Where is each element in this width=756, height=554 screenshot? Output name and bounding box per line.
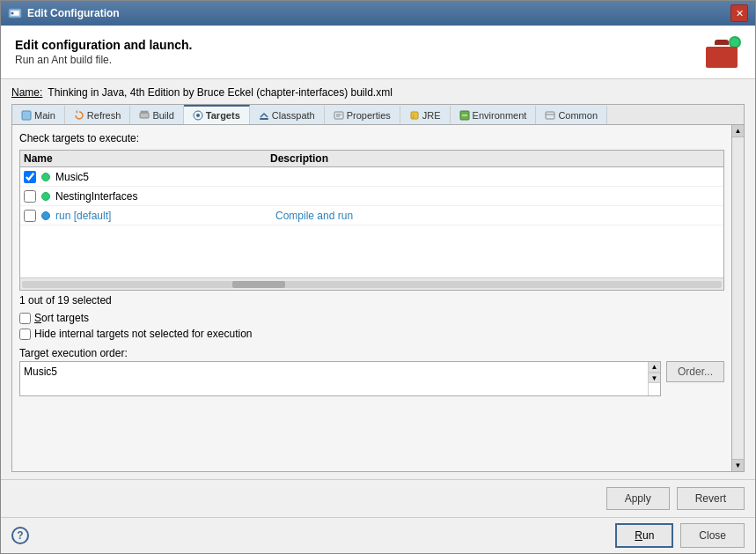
check-targets-label: Check targets to execute: [19, 132, 724, 144]
svg-rect-10 [334, 112, 343, 119]
tabs-container: Main Refresh Build [11, 104, 745, 472]
scroll-track [732, 137, 744, 459]
name-value: Thinking in Java, 4th Edition by Bruce E… [48, 86, 393, 99]
sort-targets-checkbox[interactable] [19, 313, 31, 324]
config-icon [8, 6, 22, 20]
toolbox-icon [702, 36, 741, 68]
action-buttons-row: Apply Revert [1, 479, 755, 517]
content-area: Name: Thinking in Java, 4th Edition by B… [1, 79, 755, 479]
hide-internal-row: Hide internal targets not selected for e… [19, 328, 724, 340]
horizontal-scrollbar[interactable] [20, 277, 723, 290]
hide-internal-checkbox[interactable] [19, 329, 31, 340]
svg-rect-3 [22, 111, 31, 120]
hide-internal-label: Hide internal targets not selected for e… [34, 328, 252, 340]
help-button[interactable]: ? [11, 527, 29, 544]
refresh-tab-icon [74, 110, 84, 121]
row-name-nesting: NestingInterfaces [55, 190, 275, 203]
order-button[interactable]: Order... [666, 361, 724, 382]
close-button[interactable]: Close [680, 523, 745, 548]
build-tab-icon [139, 110, 150, 121]
exec-scroll-up[interactable]: ▲ [649, 362, 660, 373]
svg-rect-6 [141, 111, 148, 113]
svg-rect-5 [140, 113, 149, 118]
exec-order-label: Target execution order: [19, 347, 724, 359]
svg-point-2 [11, 12, 14, 15]
tab-classpath[interactable]: Classpath [250, 105, 325, 124]
tabs-bar: Main Refresh Build [12, 105, 744, 125]
tab-build[interactable]: Build [130, 105, 183, 124]
footer-right: Run Close [615, 523, 745, 548]
scroll-arrow-up[interactable]: ▲ [732, 125, 744, 137]
name-label: Name: [11, 86, 42, 99]
close-window-button[interactable]: ✕ [730, 4, 748, 22]
row-name-music5: Music5 [55, 171, 275, 183]
table-row[interactable]: NestingInterfaces [20, 187, 723, 206]
name-row: Name: Thinking in Java, 4th Edition by B… [11, 86, 745, 99]
tab-main[interactable]: Main [12, 105, 65, 124]
title-bar-left: Edit Configuration [8, 6, 120, 20]
selection-status: 1 out of 19 selected [19, 294, 724, 307]
outer-right-scrollbar: ▲ ▼ [731, 125, 744, 471]
tab-common[interactable]: Common [536, 105, 607, 124]
green-circle-icon-2 [40, 190, 52, 203]
row-checkbox-run[interactable] [24, 210, 36, 222]
common-tab-icon [545, 110, 555, 121]
table-row[interactable]: run [default] Compile and run [20, 206, 723, 225]
title-bar: Edit Configuration ✕ [1, 1, 755, 26]
tab-refresh[interactable]: Refresh [65, 105, 131, 124]
environment-tab-icon [459, 110, 470, 121]
h-scroll-track [22, 281, 722, 288]
blue-run-icon [40, 210, 52, 222]
green-circle-icon [40, 171, 52, 183]
edit-configuration-dialog: Edit Configuration ✕ Edit configuration … [0, 0, 756, 554]
run-button[interactable]: Run [615, 523, 673, 548]
h-scroll-thumb [232, 281, 285, 288]
header-subtitle: Run an Ant build file. [15, 54, 192, 66]
exec-order-box: Music5 ▲ ▼ [19, 361, 661, 396]
col-name: Name [24, 152, 270, 165]
run-underline: R [635, 529, 642, 542]
row-checkbox-music5[interactable] [24, 171, 36, 183]
classpath-tab-icon [259, 110, 269, 121]
table-row[interactable]: Music5 [20, 167, 723, 187]
row-name-run: run [default] [55, 210, 275, 222]
scroll-arrow-down[interactable]: ▼ [732, 459, 744, 471]
tab-content: Check targets to execute: Name Descripti… [12, 125, 731, 471]
table-header: Name Description [20, 151, 723, 167]
revert-button[interactable]: Revert [677, 487, 745, 510]
toolbox-handle [715, 40, 729, 45]
sort-targets-row: Sort targets [19, 312, 724, 324]
table-body: Music5 NestingInterfaces [20, 167, 723, 277]
svg-rect-9 [260, 118, 268, 120]
svg-point-8 [196, 114, 200, 117]
jre-tab-icon: J [409, 110, 420, 121]
exec-order-scroll: ▲ ▼ [648, 362, 660, 395]
targets-tab-icon [193, 110, 203, 121]
col-description: Description [270, 152, 720, 165]
header-section: Edit configuration and launch. Run an An… [1, 26, 755, 79]
title-text: Edit Configuration [27, 7, 120, 19]
toolbox-body [706, 47, 738, 68]
exec-scroll-down[interactable]: ▼ [649, 373, 660, 383]
tab-properties[interactable]: Properties [325, 105, 400, 124]
targets-tab-panel: Check targets to execute: Name Descripti… [12, 125, 731, 471]
tabs-with-scroll: Check targets to execute: Name Descripti… [12, 125, 744, 471]
svg-marker-4 [76, 110, 77, 114]
svg-rect-17 [546, 112, 554, 119]
apply-button[interactable]: Apply [606, 487, 670, 510]
run-label-rest: un [642, 529, 654, 542]
footer-bar: ? Run Close [1, 517, 755, 553]
svg-text:J: J [412, 114, 415, 119]
header-text: Edit configuration and launch. Run an An… [15, 38, 192, 66]
tab-jre[interactable]: J JRE [400, 105, 451, 124]
tab-environment[interactable]: Environment [451, 105, 537, 124]
tab-targets[interactable]: Targets [184, 105, 250, 124]
exec-order-value: Music5 [24, 366, 657, 378]
exec-order-container: Music5 ▲ ▼ Order... [19, 361, 724, 396]
sort-targets-label: Sort targets [34, 312, 89, 324]
row-checkbox-nesting[interactable] [24, 190, 36, 203]
targets-table: Name Description Music5 [19, 150, 724, 291]
header-title: Edit configuration and launch. [15, 38, 192, 52]
properties-tab-icon [334, 110, 344, 121]
row-desc-run: Compile and run [275, 210, 720, 222]
